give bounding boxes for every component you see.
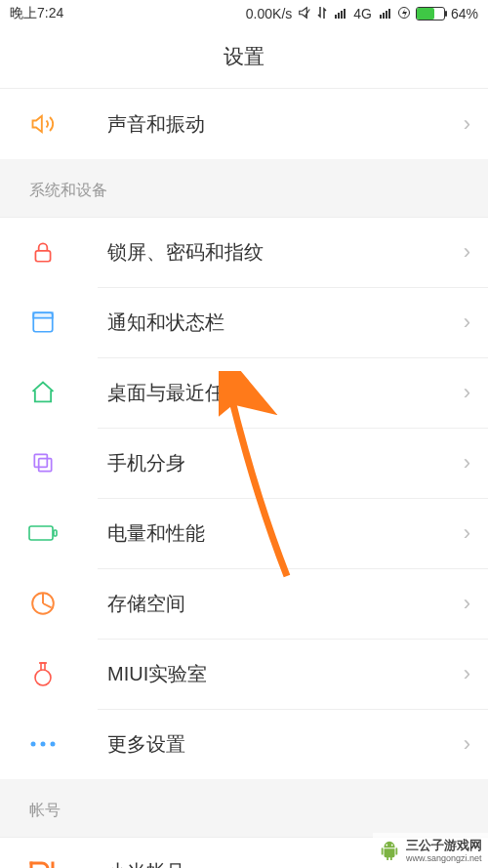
mute-icon [298,6,311,22]
storage-icon [23,584,62,623]
svg-point-12 [51,742,56,747]
chevron-right-icon: › [464,380,470,405]
settings-row-lockscreen[interactable]: 锁屏、密码和指纹 › [0,217,488,287]
status-time: 晚上7:24 [10,5,63,22]
section-title-account: 帐号 [0,779,488,837]
svg-point-10 [31,742,36,747]
settings-row-more[interactable]: 更多设置 › [0,709,488,779]
row-label: 手机分身 [107,450,464,476]
settings-row-launcher[interactable]: 桌面与最近任务 › [0,357,488,428]
sound-icon [23,104,62,144]
notification-icon [23,303,62,342]
row-label: 更多设置 [107,731,464,758]
mi-logo-icon [23,852,62,868]
row-label: 桌面与最近任务 [107,380,464,406]
home-icon [23,373,62,412]
svg-point-13 [386,845,387,847]
svg-rect-1 [35,251,50,262]
settings-row-storage[interactable]: 存储空间 › [0,568,488,639]
chevron-right-icon: › [464,661,470,686]
battery-outline-icon [23,514,62,553]
chevron-right-icon: › [464,591,470,616]
chevron-right-icon: › [464,239,470,265]
lock-icon [23,232,62,271]
settings-row-second-space[interactable]: 手机分身 › [0,428,488,498]
signal-bars-icon [335,9,346,19]
row-label: 声音和振动 [107,111,464,138]
svg-point-11 [41,742,46,747]
row-label: 通知和状态栏 [107,310,464,336]
battery-icon [416,7,445,21]
status-speed: 0.00K/s [246,6,292,21]
watermark-brand: 三公子游戏网 [406,837,482,854]
watermark-url: www.sangongzi.net [406,854,482,864]
svg-rect-5 [39,459,52,472]
svg-rect-7 [54,530,57,536]
settings-row-sound[interactable]: 声音和振动 › [0,89,488,159]
row-label: 电量和性能 [107,520,464,547]
chevron-right-icon: › [464,731,470,757]
row-label: MIUI实验室 [107,661,464,687]
charge-icon [398,6,410,22]
watermark: 三公子游戏网 www.sangongzi.net [373,833,488,868]
svg-point-9 [35,670,51,685]
svg-rect-4 [34,454,47,467]
settings-row-battery[interactable]: 电量和性能 › [0,498,488,568]
settings-row-miui-lab[interactable]: MIUI实验室 › [0,639,488,709]
battery-percent: 64% [451,6,478,21]
android-icon [379,840,400,861]
data-icon [317,6,327,22]
page-title: 设置 [0,27,488,89]
chevron-right-icon: › [464,310,470,335]
chevron-right-icon: › [464,450,470,475]
row-label: 存储空间 [107,591,464,617]
signal-bars-2-icon [380,9,390,19]
more-icon [23,724,62,764]
network-label: 4G [353,6,372,21]
row-label: 锁屏、密码和指纹 [107,239,464,266]
status-bar: 晚上7:24 0.00K/s 4G 64% [0,0,488,27]
svg-point-14 [391,845,393,847]
svg-rect-3 [33,312,53,317]
section-title-system: 系统和设备 [0,159,488,217]
svg-rect-6 [29,526,53,540]
chevron-right-icon: › [464,520,470,546]
settings-row-notification[interactable]: 通知和状态栏 › [0,287,488,357]
flask-icon [23,654,62,693]
chevron-right-icon: › [464,111,470,137]
copy-icon [23,443,62,482]
